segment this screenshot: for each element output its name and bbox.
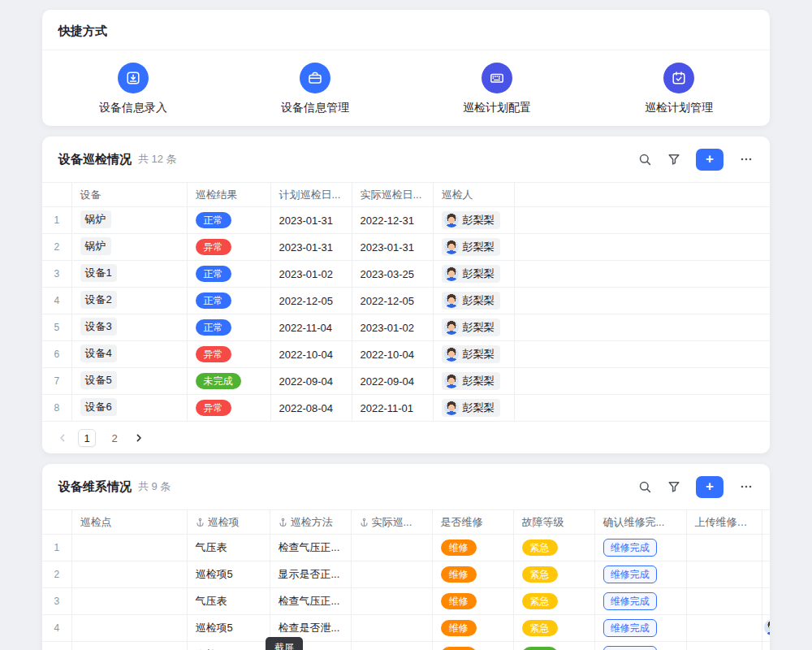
table-row[interactable]: 5 巡检项5 显示是否正... 维修 一般 维修完成 xyxy=(42,642,770,650)
actual-date-cell[interactable]: 2022-12-31 xyxy=(352,207,433,234)
table-row[interactable]: 8 设备6 异常 2022-08-04 2022-11-01 彭梨梨 xyxy=(42,395,770,422)
method-cell[interactable]: 显示是否正... xyxy=(270,561,351,588)
inspector-cell[interactable]: 彭梨梨 xyxy=(433,288,514,314)
level-cell[interactable]: 紧急 xyxy=(513,561,594,588)
result-cell[interactable]: 正常 xyxy=(187,207,270,234)
device-cell[interactable]: 设备6 xyxy=(71,395,187,422)
col-point[interactable]: 巡检点 xyxy=(71,510,187,535)
inspector-cell[interactable]: 彭梨梨 xyxy=(433,234,514,261)
level-cell[interactable]: 紧急 xyxy=(513,615,594,642)
plan-date-cell[interactable]: 2022-11-04 xyxy=(270,314,352,341)
col-upload[interactable]: 上传维修结... xyxy=(686,510,762,535)
col-actual-date[interactable]: 实际巡检日... xyxy=(352,183,433,207)
actual-date-cell[interactable]: 2023-01-31 xyxy=(352,234,433,261)
actual-cell[interactable] xyxy=(351,535,432,561)
shortcut-inspection-plan-manage[interactable]: 巡检计划管理 xyxy=(588,63,770,115)
point-cell[interactable] xyxy=(71,535,187,561)
plan-date-cell[interactable]: 2023-01-31 xyxy=(270,207,352,234)
device-cell[interactable]: 设备5 xyxy=(71,368,187,395)
confirm-cell[interactable]: 维修完成 xyxy=(594,561,686,588)
plan-date-cell[interactable]: 2022-10-04 xyxy=(270,341,352,368)
device-cell[interactable]: 设备2 xyxy=(71,288,187,314)
col-actual[interactable]: 实际巡... xyxy=(351,510,432,535)
inspector-cell[interactable]: 彭梨梨 xyxy=(433,314,514,341)
plan-date-cell[interactable]: 2023-01-02 xyxy=(270,261,352,288)
inspector-cell[interactable]: 彭梨梨 xyxy=(433,341,514,368)
item-cell[interactable]: 气压表 xyxy=(187,535,270,561)
item-cell[interactable]: 巡检项5 xyxy=(187,561,270,588)
repair-cell[interactable]: 维修 xyxy=(432,535,513,561)
device-cell[interactable]: 设备4 xyxy=(71,341,187,368)
confirm-repair-button[interactable]: 维修完成 xyxy=(603,566,657,583)
table-row[interactable]: 4 巡检项5 检查是否泄... 维修 紧急 维修完成 xyxy=(42,615,770,642)
page-1[interactable]: 1 xyxy=(78,429,96,447)
plan-date-cell[interactable]: 2023-01-31 xyxy=(270,234,352,261)
table-row[interactable]: 3 气压表 检查气压正... 维修 紧急 维修完成 xyxy=(42,588,770,615)
confirm-cell[interactable]: 维修完成 xyxy=(594,615,686,642)
actual-date-cell[interactable]: 2023-03-25 xyxy=(352,261,433,288)
add-record-button[interactable]: + xyxy=(696,476,723,498)
col-plan-date[interactable]: 计划巡检日... xyxy=(270,183,352,207)
table-row[interactable]: 1 气压表 检查气压正... 维修 紧急 维修完成 xyxy=(42,535,770,561)
col-device[interactable]: 设备 xyxy=(71,183,187,207)
device-cell[interactable]: 设备3 xyxy=(71,314,187,341)
level-cell[interactable]: 紧急 xyxy=(513,535,594,561)
actual-cell[interactable] xyxy=(351,642,432,650)
filter-icon[interactable] xyxy=(667,153,680,166)
table-row[interactable]: 7 设备5 未完成 2022-09-04 2022-09-04 彭梨梨 xyxy=(42,368,770,395)
actual-date-cell[interactable]: 2022-10-04 xyxy=(352,341,433,368)
upload-cell[interactable] xyxy=(686,561,762,588)
actual-date-cell[interactable]: 2022-12-05 xyxy=(352,288,433,314)
repair-cell[interactable]: 维修 xyxy=(432,561,513,588)
plan-date-cell[interactable]: 2022-09-04 xyxy=(270,368,352,395)
table-row[interactable]: 2 巡检项5 显示是否正... 维修 紧急 维修完成 xyxy=(42,561,770,588)
inspector-cell[interactable]: 彭梨梨 xyxy=(433,395,514,422)
col-inspector[interactable]: 巡检人 xyxy=(433,183,514,207)
point-cell[interactable] xyxy=(71,642,187,650)
result-cell[interactable]: 正常 xyxy=(187,261,270,288)
upload-cell[interactable] xyxy=(686,642,762,650)
actual-cell[interactable] xyxy=(351,588,432,615)
repair-cell[interactable]: 维修 xyxy=(432,615,513,642)
actual-date-cell[interactable]: 2022-09-04 xyxy=(352,368,433,395)
item-cell[interactable]: 巡检项5 xyxy=(187,642,270,650)
actual-cell[interactable] xyxy=(351,561,432,588)
add-record-button[interactable]: + xyxy=(696,149,723,171)
plan-date-cell[interactable]: 2022-08-04 xyxy=(270,395,352,422)
inspector-cell[interactable]: 彭梨梨 xyxy=(433,368,514,395)
device-cell[interactable]: 设备1 xyxy=(71,261,187,288)
point-cell[interactable] xyxy=(71,588,187,615)
table-row[interactable]: 6 设备4 异常 2022-10-04 2022-10-04 彭梨梨 xyxy=(42,341,770,368)
inspector-cell[interactable]: 彭梨梨 xyxy=(433,207,514,234)
confirm-repair-button[interactable]: 维修完成 xyxy=(603,592,657,610)
device-cell[interactable]: 锅炉 xyxy=(71,234,187,261)
shortcut-device-info-entry[interactable]: 设备信息录入 xyxy=(42,63,224,115)
search-icon[interactable] xyxy=(638,153,652,167)
col-confirm[interactable]: 确认维修完... xyxy=(594,510,686,535)
confirm-repair-button[interactable]: 维修完成 xyxy=(603,619,657,637)
table-row[interactable]: 5 设备3 正常 2022-11-04 2023-01-02 彭梨梨 xyxy=(42,314,770,341)
confirm-cell[interactable]: 维修完成 xyxy=(594,642,686,650)
repair-cell[interactable]: 维修 xyxy=(432,588,513,615)
search-icon[interactable] xyxy=(638,480,652,494)
result-cell[interactable]: 异常 xyxy=(187,234,270,261)
point-cell[interactable] xyxy=(71,561,187,588)
upload-cell[interactable] xyxy=(686,588,762,615)
result-cell[interactable]: 异常 xyxy=(187,341,270,368)
method-cell[interactable]: 检查气压正... xyxy=(270,588,351,615)
filter-icon[interactable] xyxy=(667,480,680,493)
result-cell[interactable]: 正常 xyxy=(187,288,270,314)
item-cell[interactable]: 巡检项5 xyxy=(187,615,270,642)
device-cell[interactable]: 锅炉 xyxy=(71,207,187,234)
plan-date-cell[interactable]: 2022-12-05 xyxy=(270,288,352,314)
shortcut-inspection-plan-config[interactable]: 巡检计划配置 xyxy=(406,63,588,115)
col-result[interactable]: 巡检结果 xyxy=(187,183,270,207)
more-icon[interactable] xyxy=(739,479,754,494)
repair-cell[interactable]: 维修 xyxy=(432,642,513,650)
chevron-left-icon[interactable] xyxy=(57,432,68,444)
confirm-repair-button[interactable]: 维修完成 xyxy=(603,646,657,650)
more-icon[interactable] xyxy=(739,152,754,167)
upload-cell[interactable] xyxy=(686,535,762,561)
col-level[interactable]: 故障等级 xyxy=(513,510,594,535)
method-cell[interactable]: 检查气压正... xyxy=(270,535,351,561)
